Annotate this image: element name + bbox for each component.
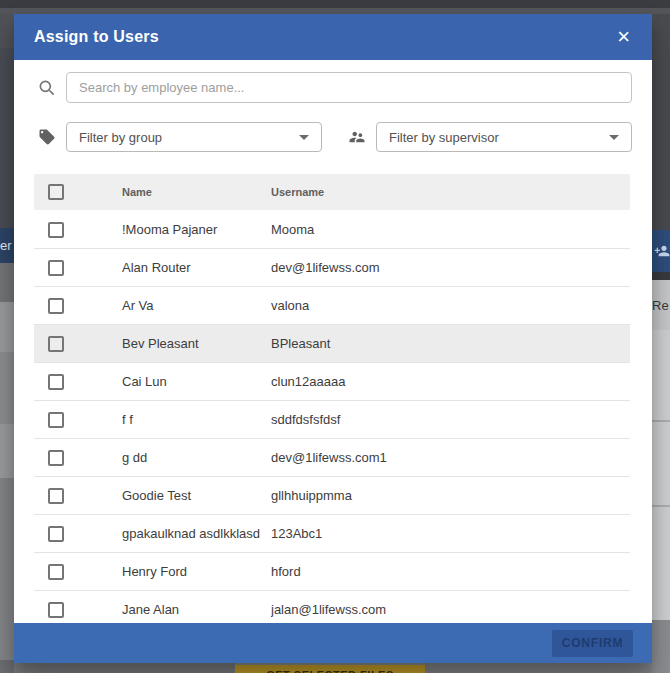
row-checkbox[interactable] [48,260,64,276]
backdrop-left-strip-8 [0,660,14,673]
user-name-cell: gpakaulknad asdlkklasd [86,526,271,541]
backdrop-left-blue-band: er [0,228,14,263]
selected-files-button: GET SELECTED FILES [235,665,425,673]
row-checkbox[interactable] [48,602,64,618]
row-checkbox[interactable] [48,298,64,314]
table-row[interactable]: Alan Router dev@1lifewss.com [34,249,630,287]
chevron-down-icon [299,135,309,140]
backdrop-right-light-band: Re [652,280,670,330]
user-name-cell: Bev Pleasant [86,336,271,351]
table-row[interactable]: Jane Alan jalan@1lifewss.com [34,591,630,623]
dialog-header: Assign to Users × [14,14,652,60]
table-row[interactable]: f f sddfdsfsfdsf [34,401,630,439]
backdrop-right-strip-4 [652,620,670,673]
screen: er Re GET SELECTED FILES Assign to Users… [0,0,670,673]
username-cell: hford [271,564,630,579]
table-body: !Mooma Pajaner Mooma Alan Router dev@1li… [34,211,630,623]
row-checkbox-cell [34,260,86,276]
user-name-cell: Jane Alan [86,602,271,617]
select-all-checkbox[interactable] [48,184,64,200]
username-cell: 123Abc1 [271,526,630,541]
row-checkbox[interactable] [48,336,64,352]
dialog-footer: CONFIRM [14,623,652,663]
backdrop-left-strip-2 [0,48,14,228]
people-icon [348,128,366,146]
table-row[interactable]: Bev Pleasant BPleasant [34,325,630,363]
user-name-cell: Alan Router [86,260,271,275]
row-checkbox[interactable] [48,564,64,580]
table-header: Name Username [34,174,630,210]
filter-by-group-select[interactable]: Filter by group [66,122,322,152]
search-row [34,72,632,103]
row-checkbox[interactable] [48,222,64,238]
table-row[interactable]: Ar Va valona [34,287,630,325]
backdrop-left-strip-4 [0,302,14,352]
row-checkbox-cell [34,488,86,504]
backdrop-bottom-strip-2 [425,663,652,673]
username-cell: dev@1lifewss.com1 [271,450,630,465]
row-checkbox-cell [34,564,86,580]
row-checkbox-cell [34,336,86,352]
row-checkbox-cell [34,412,86,428]
dialog-body: Filter by group Filter by supervisor [14,60,652,623]
username-cell: dev@1lifewss.com [271,260,630,275]
column-header-name: Name [86,186,271,198]
filter-by-supervisor-select[interactable]: Filter by supervisor [376,122,632,152]
backdrop-right-divider-2 [652,505,670,507]
row-checkbox[interactable] [48,412,64,428]
table-row[interactable]: Cai Lun clun12aaaaa [34,363,630,401]
table-row[interactable]: gpakaulknad asdlkklasd 123Abc1 [34,515,630,553]
add-user-icon [654,243,670,259]
assign-to-users-dialog: Assign to Users × Filter by group [14,14,652,663]
user-name-cell: g dd [86,450,271,465]
username-cell: Mooma [271,222,630,237]
backdrop-right-strip-2 [652,272,670,280]
dialog-title: Assign to Users [34,28,615,46]
select-all-cell [34,184,86,200]
user-name-cell: !Mooma Pajaner [86,222,271,237]
search-icon [37,78,57,98]
username-cell: BPleasant [271,336,630,351]
backdrop-right-strip-3 [652,330,670,620]
filter-by-supervisor-label: Filter by supervisor [389,130,499,145]
row-checkbox-cell [34,450,86,466]
row-checkbox[interactable] [48,488,64,504]
username-cell: clun12aaaaa [271,374,630,389]
user-name-cell: Cai Lun [86,374,271,389]
table-row[interactable]: g dd dev@1lifewss.com1 [34,439,630,477]
user-name-cell: Ar Va [86,298,271,313]
row-checkbox[interactable] [48,374,64,390]
confirm-button[interactable]: CONFIRM [552,630,633,657]
row-checkbox-cell [34,222,86,238]
row-checkbox[interactable] [48,526,64,542]
backdrop-right-text: Re [652,298,669,313]
column-header-username: Username [271,186,630,198]
backdrop-right-blue-band [652,230,670,272]
users-table: Name Username !Mooma Pajaner Mooma [34,174,630,623]
table-row[interactable]: Goodie Test gllhhuippmma [34,477,630,515]
backdrop-left-strip [0,14,14,48]
user-name-cell: Henry Ford [86,564,271,579]
user-name-cell: f f [86,412,271,427]
selected-files-button-label: GET SELECTED FILES [266,669,394,673]
backdrop-top-bar [0,0,670,8]
backdrop-bottom-strip [14,663,235,673]
username-cell: sddfdsfsfdsf [271,412,630,427]
close-icon[interactable]: × [615,27,632,47]
user-name-cell: Goodie Test [86,488,271,503]
table-row[interactable]: !Mooma Pajaner Mooma [34,211,630,249]
filter-by-group-label: Filter by group [79,130,162,145]
chevron-down-icon [609,135,619,140]
tag-icon [38,128,56,146]
backdrop-right-divider [652,420,670,422]
backdrop-left-strip-3 [0,263,14,302]
row-checkbox-cell [34,602,86,618]
row-checkbox-cell [34,526,86,542]
search-input[interactable] [66,72,632,103]
username-cell: gllhhuippmma [271,488,630,503]
filter-row: Filter by group Filter by supervisor [34,122,632,152]
backdrop-left-strip-5 [0,352,14,424]
row-checkbox[interactable] [48,450,64,466]
table-row[interactable]: Henry Ford hford [34,553,630,591]
row-checkbox-cell [34,374,86,390]
